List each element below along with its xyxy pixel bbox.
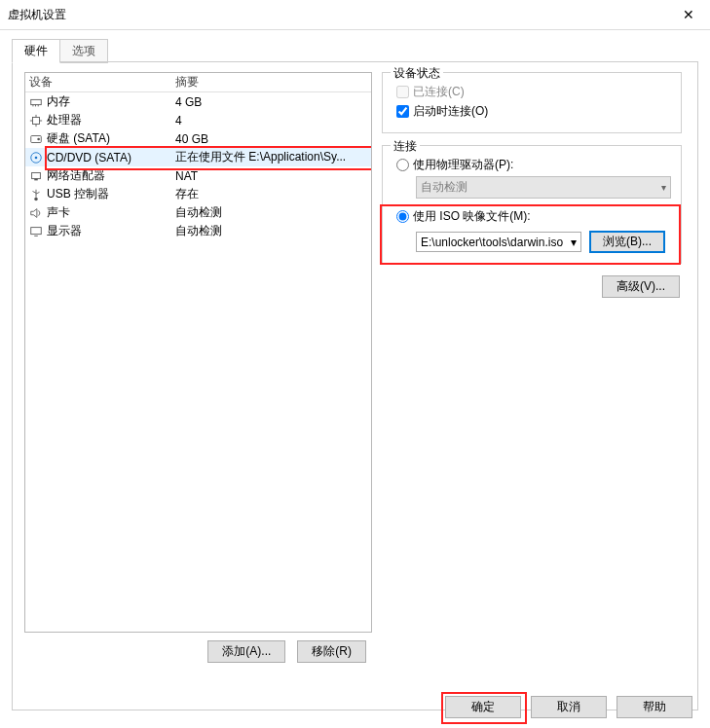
- help-button[interactable]: 帮助: [617, 696, 692, 718]
- chevron-down-icon: ▾: [571, 236, 577, 249]
- svg-rect-4: [33, 117, 40, 124]
- svg-point-15: [34, 197, 38, 200]
- cancel-label: 取消: [557, 700, 580, 713]
- hw-row-sound[interactable]: 声卡 自动检测: [25, 203, 371, 222]
- hdd-icon: [29, 132, 43, 146]
- device-name: 声卡: [47, 204, 70, 221]
- col-device: 设备: [29, 74, 175, 91]
- connect-startup-label: 启动时连接(O): [413, 103, 488, 120]
- use-iso-label: 使用 ISO 映像文件(M):: [413, 208, 531, 225]
- svg-line-17: [33, 191, 37, 193]
- hardware-list[interactable]: 设备 摘要 内存 4 GB 处理器 4 硬盘 (SATA): [24, 72, 372, 633]
- cpu-icon: [29, 114, 43, 127]
- usb-icon: [29, 188, 43, 201]
- connect-startup-checkbox[interactable]: [396, 105, 409, 118]
- hw-row-nic[interactable]: 网络适配器 NAT: [25, 166, 371, 185]
- memory-icon: [29, 95, 43, 109]
- svg-rect-13: [32, 172, 41, 178]
- tab-label: 选项: [72, 44, 95, 57]
- window-title: 虚拟机设置: [8, 0, 66, 29]
- chevron-down-icon: ▾: [661, 182, 666, 193]
- tabs: 硬件 选项: [12, 38, 698, 62]
- device-summary: NAT: [175, 169, 371, 183]
- device-summary: 存在: [175, 186, 371, 202]
- detail-column: 设备状态 已连接(C) 启动时连接(O) 连接 使用物理驱动器(P):: [372, 72, 686, 700]
- add-label: 添加(A)...: [222, 644, 271, 658]
- device-status-group: 设备状态 已连接(C) 启动时连接(O): [382, 72, 682, 133]
- tab-hardware[interactable]: 硬件: [12, 39, 60, 63]
- nic-icon: [29, 169, 43, 183]
- close-button[interactable]: ✕: [666, 0, 710, 29]
- device-name: 显示器: [47, 223, 82, 239]
- connected-label: 已连接(C): [413, 84, 465, 100]
- display-icon: [29, 225, 43, 238]
- hw-row-memory[interactable]: 内存 4 GB: [25, 92, 371, 111]
- hw-row-hdd[interactable]: 硬盘 (SATA) 40 GB: [25, 129, 371, 148]
- remove-label: 移除(R): [312, 644, 352, 658]
- device-summary: 40 GB: [175, 132, 371, 146]
- svg-rect-3: [38, 104, 39, 106]
- hw-row-display[interactable]: 显示器 自动检测: [25, 222, 371, 240]
- add-button[interactable]: 添加(A)...: [207, 640, 285, 663]
- connected-checkbox[interactable]: [396, 86, 409, 98]
- svg-rect-14: [34, 178, 38, 180]
- svg-rect-20: [31, 227, 42, 234]
- device-summary: 4: [175, 114, 371, 127]
- svg-line-18: [36, 192, 40, 194]
- advanced-label: 高级(V)...: [617, 279, 665, 293]
- svg-rect-1: [33, 104, 34, 106]
- iso-path-value: E:\unlocker\tools\darwin.iso: [421, 236, 563, 249]
- browse-button[interactable]: 浏览(B)...: [589, 231, 665, 253]
- device-name: 处理器: [47, 112, 82, 128]
- svg-rect-2: [35, 104, 36, 106]
- hw-row-usb[interactable]: USB 控制器 存在: [25, 185, 371, 203]
- tab-panel: 设备 摘要 内存 4 GB 处理器 4 硬盘 (SATA): [12, 61, 698, 710]
- hardware-list-header: 设备 摘要: [25, 73, 371, 92]
- titlebar: 虚拟机设置 ✕: [0, 0, 710, 30]
- svg-marker-19: [31, 208, 37, 217]
- physical-drive-combo[interactable]: 自动检测 ▾: [416, 176, 671, 199]
- col-summary: 摘要: [175, 74, 371, 91]
- svg-point-10: [37, 137, 40, 140]
- device-summary: 4 GB: [175, 95, 371, 109]
- device-name: 网络适配器: [47, 167, 105, 184]
- ok-button[interactable]: 确定: [445, 696, 521, 718]
- connection-legend: 连接: [391, 138, 420, 155]
- connect-startup-checkbox-row[interactable]: 启动时连接(O): [396, 103, 671, 120]
- device-summary: 自动检测: [175, 223, 371, 239]
- svg-rect-0: [31, 99, 42, 104]
- use-iso-radio[interactable]: [396, 210, 409, 223]
- dialog-footer: 确定 取消 帮助: [445, 696, 692, 718]
- disc-icon: [29, 151, 43, 164]
- use-iso-radio-row[interactable]: 使用 ISO 映像文件(M):: [396, 208, 671, 225]
- device-name: 内存: [47, 93, 70, 110]
- tab-options[interactable]: 选项: [59, 39, 108, 63]
- help-label: 帮助: [643, 700, 666, 713]
- remove-button[interactable]: 移除(R): [297, 640, 366, 663]
- svg-point-12: [35, 156, 38, 159]
- connected-checkbox-row[interactable]: 已连接(C): [396, 84, 671, 100]
- cancel-button[interactable]: 取消: [531, 696, 607, 718]
- sound-icon: [29, 206, 43, 220]
- connection-group: 连接 使用物理驱动器(P): 自动检测 ▾ 使用 ISO 映像文件(M):: [382, 145, 682, 264]
- device-status-legend: 设备状态: [391, 65, 443, 82]
- close-icon: ✕: [683, 7, 694, 22]
- device-name: 硬盘 (SATA): [47, 130, 110, 147]
- physical-drive-value: 自动检测: [421, 179, 467, 196]
- use-physical-label: 使用物理驱动器(P):: [413, 157, 513, 173]
- hw-row-cpu[interactable]: 处理器 4: [25, 111, 371, 129]
- iso-path-combo[interactable]: E:\unlocker\tools\darwin.iso ▾: [416, 232, 581, 252]
- device-name: USB 控制器: [47, 186, 109, 202]
- browse-label: 浏览(B)...: [603, 235, 652, 248]
- tab-label: 硬件: [24, 44, 48, 57]
- device-summary: 正在使用文件 E:\Application\Sy...: [175, 149, 371, 165]
- device-summary: 自动检测: [175, 204, 371, 221]
- ok-label: 确定: [471, 700, 495, 713]
- advanced-button[interactable]: 高级(V)...: [602, 275, 680, 298]
- use-physical-radio-row[interactable]: 使用物理驱动器(P):: [396, 157, 671, 173]
- use-physical-radio[interactable]: [396, 159, 409, 171]
- device-name: CD/DVD (SATA): [47, 151, 131, 164]
- hw-row-cddvd[interactable]: CD/DVD (SATA) 正在使用文件 E:\Application\Sy..…: [25, 148, 371, 166]
- hardware-column: 设备 摘要 内存 4 GB 处理器 4 硬盘 (SATA): [24, 72, 372, 700]
